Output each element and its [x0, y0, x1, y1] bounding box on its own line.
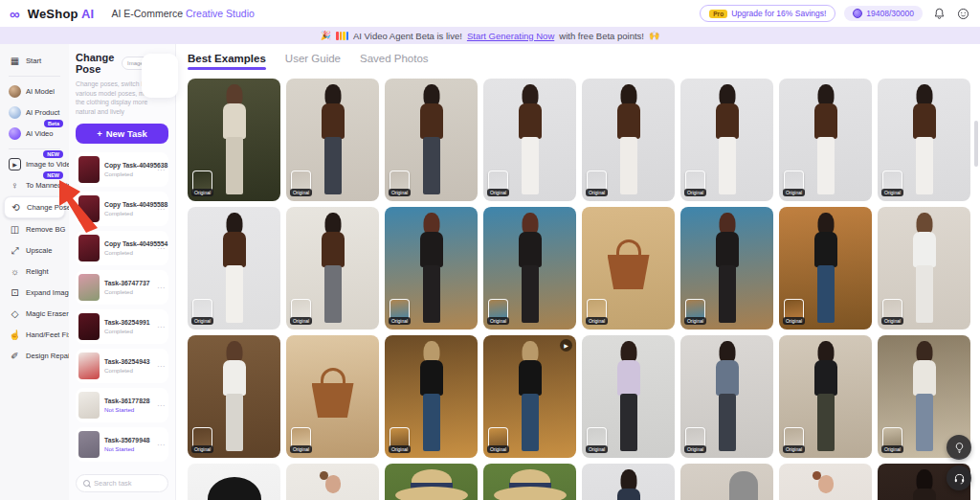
sidebar-item-start[interactable]: ▦ Start	[4, 51, 65, 71]
bell-icon	[933, 8, 946, 20]
example-card[interactable]: Original	[188, 79, 280, 201]
start-generating-link[interactable]: Start Generating Now	[467, 31, 554, 41]
example-card[interactable]: Original	[286, 335, 379, 458]
task-thumbnail	[78, 156, 100, 183]
task-menu-button[interactable]: ⋯	[157, 401, 166, 410]
tab-saved-photos[interactable]: Saved Photos	[360, 53, 429, 70]
support-fab-button[interactable]	[947, 466, 971, 490]
task-menu-button[interactable]: ⋯	[157, 441, 166, 449]
example-card[interactable]: Original	[286, 207, 379, 330]
task-item[interactable]: Copy Task-40495588 Completed ⋯	[76, 192, 168, 226]
sidebar-item-relight[interactable]: ☼ Relight	[4, 261, 65, 282]
example-card[interactable]: Original	[483, 207, 576, 330]
sidebar-item-hand-feet-fixer[interactable]: ☝ Hand/Feet Fixer	[4, 325, 65, 345]
task-status: Completed	[104, 367, 152, 374]
task-item[interactable]: Task-36254943 Completed ⋯	[76, 349, 168, 383]
p-legs	[916, 137, 933, 194]
p-legs	[620, 394, 637, 451]
example-card[interactable]: Original	[582, 464, 675, 500]
example-card[interactable]: Original	[385, 335, 478, 458]
sidebar-item-design-repair[interactable]: ✐ Design Repair	[4, 346, 65, 366]
scrollbar-thumb[interactable]	[974, 121, 978, 167]
example-card[interactable]: Original ▶	[483, 335, 576, 458]
original-label: Original	[783, 317, 805, 325]
tab-best-examples[interactable]: Best Examples	[188, 53, 266, 70]
example-card[interactable]: Original	[779, 464, 872, 500]
example-card[interactable]: Original	[483, 464, 576, 500]
task-status: Completed	[104, 328, 152, 334]
task-menu-button[interactable]: ⋯	[157, 205, 166, 214]
task-item[interactable]: Copy Task-40495638 Completed ⋯	[76, 152, 168, 187]
example-card[interactable]: Original	[483, 79, 576, 201]
task-item[interactable]: Task-36747737 Completed ⋯	[76, 270, 168, 305]
example-card[interactable]: Original	[582, 207, 675, 330]
feedback-button[interactable]	[955, 6, 970, 21]
original-badge: Original	[587, 170, 607, 196]
original-label: Original	[487, 445, 509, 453]
sidebar-item-ai-video[interactable]: AI Video Beta	[4, 124, 65, 144]
notifications-button[interactable]	[931, 6, 947, 21]
p-torso	[617, 103, 640, 139]
sidebar-item-ai-model[interactable]: AI Model	[4, 81, 65, 102]
task-menu-button[interactable]: ⋯	[157, 166, 166, 174]
task-menu-button[interactable]: ⋯	[157, 284, 166, 292]
tips-fab-button[interactable]	[947, 435, 971, 460]
example-card[interactable]: Original	[188, 335, 280, 458]
example-card[interactable]: Original	[779, 335, 872, 458]
example-card[interactable]: Original	[385, 79, 478, 201]
original-badge: Original	[192, 170, 212, 196]
app-title: WeShop AI	[28, 7, 95, 21]
upgrade-button[interactable]: Pro Upgrade for 16% Savings!	[700, 5, 835, 22]
task-item[interactable]: Copy Task-40495554 Completed ⋯	[76, 231, 168, 265]
sidebar-item-remove-bg[interactable]: ◫ Remove BG	[4, 219, 65, 239]
example-card[interactable]: Original	[878, 207, 970, 330]
p-legs	[423, 265, 440, 323]
example-card[interactable]: Original	[779, 79, 872, 201]
task-menu-button[interactable]: ⋯	[157, 323, 166, 331]
remove-bg-icon: ◫	[9, 223, 21, 236]
original-label: Original	[586, 189, 608, 196]
original-badge: Original	[784, 299, 804, 325]
p-legs	[817, 265, 835, 323]
example-card[interactable]: Original	[878, 79, 970, 201]
example-card[interactable]: Original	[385, 207, 478, 330]
tab-user-guide[interactable]: User Guide	[285, 53, 341, 70]
sidebar-item-change-pose[interactable]: ⟲ Change Pose	[4, 196, 65, 218]
original-badge: Original	[192, 299, 212, 325]
example-card[interactable]: ∞ Original	[188, 464, 280, 500]
example-card[interactable]: Original	[680, 464, 773, 500]
search-input[interactable]	[94, 479, 161, 488]
example-card[interactable]: Original	[779, 207, 872, 330]
p-legs	[719, 137, 736, 194]
task-thumbnail	[78, 195, 100, 222]
sidebar-item-upscale[interactable]: ⤢ Upscale	[4, 240, 65, 261]
task-item[interactable]: Task-35679948 Not Started ⋯	[76, 427, 168, 462]
new-task-button[interactable]: + New Task	[76, 124, 168, 144]
example-card[interactable]: Original	[680, 79, 773, 201]
original-badge: Original	[882, 427, 902, 453]
example-card[interactable]: Original	[680, 335, 773, 458]
example-card[interactable]: Original	[286, 464, 379, 500]
task-search[interactable]	[76, 474, 168, 492]
credits-balance[interactable]: 19408/30000	[844, 6, 923, 21]
example-card[interactable]: Original	[582, 335, 675, 458]
example-card[interactable]: Original	[188, 207, 280, 330]
example-card[interactable]: Original	[286, 79, 379, 201]
task-item[interactable]: Task-36254991 Completed ⋯	[76, 309, 168, 344]
task-menu-button[interactable]: ⋯	[157, 362, 166, 371]
task-item[interactable]: Task-36177828 Not Started ⋯	[76, 388, 168, 422]
task-menu-button[interactable]: ⋯	[157, 244, 166, 253]
p-legs	[522, 265, 539, 323]
play-video-icon[interactable]: ▶	[560, 339, 572, 352]
sidebar-item-expand-image[interactable]: ⊡ Expand Image	[4, 283, 65, 303]
example-card[interactable]: Original	[385, 464, 478, 500]
example-card[interactable]: Original	[680, 207, 773, 330]
app-subtitle: AI E-Commerce Creative Studio	[111, 8, 254, 19]
bag-handle	[321, 368, 345, 385]
tools-sidebar: ▦ Start AI Model AI Product AI Video Bet…	[0, 44, 69, 500]
sidebar-item-magic-eraser[interactable]: ◇ Magic Eraser	[4, 304, 65, 324]
task-thumbnail	[78, 431, 100, 458]
sidebar-item-to-mannequin[interactable]: ♀ To Mannequin NEW	[4, 175, 65, 195]
example-card[interactable]: Original	[582, 79, 675, 201]
sidebar-divider	[9, 148, 60, 149]
